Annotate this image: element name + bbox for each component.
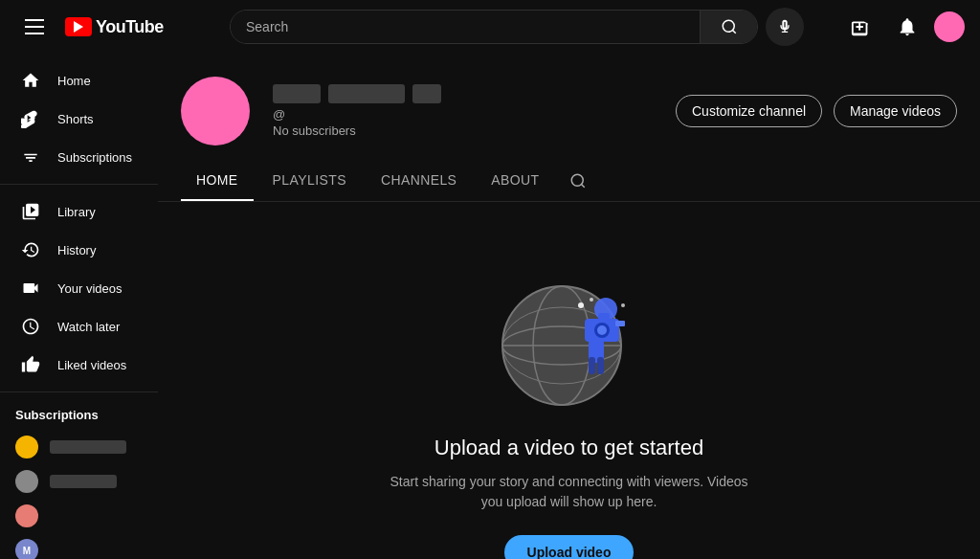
sub-label-2: [50, 475, 117, 488]
sidebar: Home Shorts Subscriptions Library His: [0, 54, 158, 559]
sub-avatar-1: [15, 436, 38, 458]
svg-point-17: [590, 298, 593, 302]
divider-1: [0, 184, 158, 185]
watch-later-icon: [19, 315, 42, 338]
create-button[interactable]: [842, 8, 880, 46]
sidebar-item-liked-videos[interactable]: Liked videos: [4, 346, 154, 384]
svg-line-3: [581, 184, 584, 187]
channel-info: @ No subscribers: [273, 84, 653, 138]
watch-later-label: Watch later: [57, 320, 120, 334]
shorts-label: Shorts: [57, 112, 94, 126]
sidebar-item-watch-later[interactable]: Watch later: [4, 307, 154, 346]
tab-about[interactable]: ABOUT: [476, 161, 554, 201]
your-videos-icon: [19, 277, 42, 300]
manage-videos-button[interactable]: Manage videos: [834, 95, 957, 127]
voice-search-button[interactable]: [766, 8, 804, 46]
svg-line-1: [732, 30, 735, 33]
sub-label-1: [50, 440, 126, 454]
sidebar-item-your-videos[interactable]: Your videos: [4, 269, 154, 307]
empty-state: Upload a video to get started Start shar…: [158, 202, 980, 559]
svg-point-0: [723, 20, 734, 32]
tab-search-icon[interactable]: [567, 169, 590, 192]
search-bar: [230, 10, 758, 44]
subscriptions-label: Subscriptions: [57, 150, 132, 165]
subscription-item-3[interactable]: [0, 499, 158, 533]
channel-name-row: [273, 84, 653, 103]
svg-point-14: [597, 325, 607, 335]
channel-name-box-3: [412, 84, 441, 103]
search-input[interactable]: [231, 11, 700, 43]
history-icon: [19, 238, 42, 261]
main-content: @ No subscribers Customize channel Manag…: [158, 54, 980, 559]
channel-avatar: [181, 77, 250, 145]
history-label: History: [57, 243, 96, 257]
sub-avatar-2: [15, 470, 38, 493]
header-center: [230, 8, 804, 46]
svg-rect-20: [589, 357, 595, 374]
channel-subscribers: No subscribers: [273, 123, 653, 138]
library-icon: [19, 200, 42, 223]
logo-text: YouTube: [96, 17, 164, 37]
youtube-icon: [65, 17, 92, 36]
youtube-logo[interactable]: YouTube: [65, 17, 164, 37]
shorts-icon: [19, 107, 42, 130]
customize-channel-button[interactable]: Customize channel: [676, 95, 822, 127]
home-icon: [19, 69, 42, 92]
sub-avatar-4: M: [15, 539, 38, 559]
notifications-button[interactable]: [888, 8, 926, 46]
subscription-item-2[interactable]: [0, 464, 158, 499]
sidebar-item-history[interactable]: History: [4, 231, 154, 269]
sidebar-item-subscriptions[interactable]: Subscriptions: [4, 138, 154, 176]
user-avatar[interactable]: [934, 11, 965, 42]
tab-playlists[interactable]: PLAYLISTS: [257, 161, 362, 201]
divider-2: [0, 391, 158, 392]
empty-subtitle: Start sharing your story and connecting …: [388, 472, 751, 512]
header: YouTube: [0, 0, 980, 54]
header-right: [842, 8, 965, 46]
empty-illustration: [493, 259, 646, 413]
channel-handle: @: [273, 107, 653, 122]
channel-tabs: HOME PLAYLISTS CHANNELS ABOUT: [158, 161, 980, 202]
subscription-item-4[interactable]: M: [0, 533, 158, 559]
home-label: Home: [57, 74, 91, 88]
upload-video-button[interactable]: Upload video: [504, 535, 635, 559]
liked-videos-label: Liked videos: [57, 358, 126, 372]
channel-name-box-1: [273, 84, 321, 103]
your-videos-label: Your videos: [57, 281, 122, 296]
subscriptions-icon: [19, 145, 42, 168]
liked-videos-icon: [19, 353, 42, 376]
sidebar-item-shorts[interactable]: Shorts: [4, 100, 154, 138]
search-button[interactable]: [700, 11, 757, 43]
app-layout: Home Shorts Subscriptions Library His: [0, 54, 980, 559]
tab-home[interactable]: HOME: [181, 161, 254, 201]
tab-channels[interactable]: CHANNELS: [366, 161, 472, 201]
hamburger-button[interactable]: [15, 8, 54, 46]
channel-header: @ No subscribers Customize channel Manag…: [158, 54, 980, 145]
svg-rect-12: [598, 313, 610, 321]
svg-point-2: [571, 174, 583, 186]
sub-avatar-3: [15, 504, 38, 527]
svg-rect-15: [615, 321, 625, 326]
header-left: YouTube: [15, 8, 207, 46]
empty-title: Upload a video to get started: [434, 436, 703, 460]
sidebar-item-home[interactable]: Home: [4, 61, 154, 100]
svg-point-18: [621, 303, 625, 307]
subscription-item-1[interactable]: [0, 430, 158, 464]
channel-name-box-2: [328, 84, 405, 103]
subscriptions-section-title: Subscriptions: [0, 400, 158, 430]
library-label: Library: [57, 205, 96, 219]
sidebar-item-library[interactable]: Library: [4, 192, 154, 231]
svg-rect-21: [597, 357, 604, 374]
svg-point-16: [578, 302, 584, 308]
channel-actions: Customize channel Manage videos: [676, 95, 957, 127]
